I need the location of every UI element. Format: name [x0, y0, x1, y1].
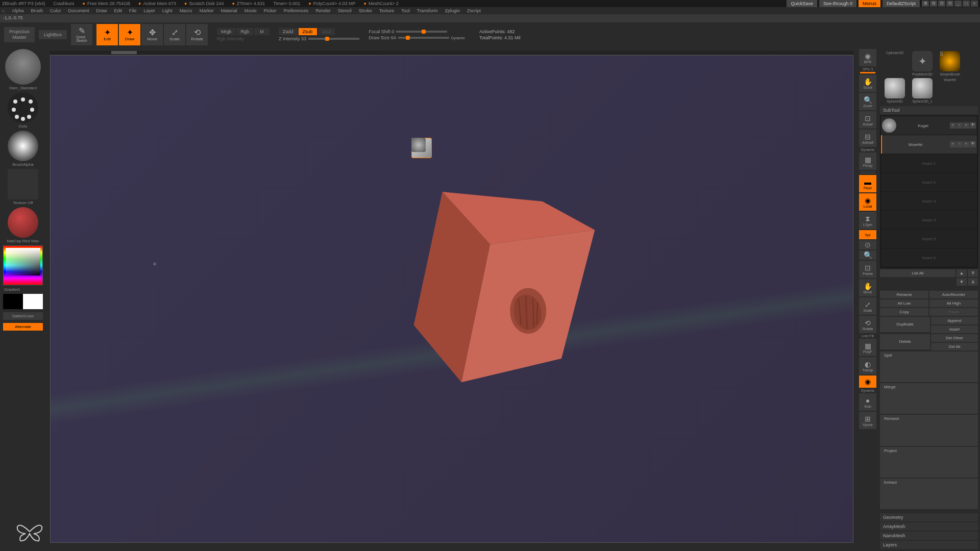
lsym-button[interactable]: ⧗LSym	[859, 212, 876, 229]
seethrough-slider[interactable]: See-through 0	[819, 0, 856, 7]
subtool-empty-3[interactable]: Insert 3	[881, 192, 977, 210]
frame-button[interactable]: ⊡Frame	[859, 261, 876, 278]
menu-material[interactable]: Material	[221, 8, 237, 13]
split-button[interactable]: Split	[880, 352, 978, 382]
menu-brush[interactable]: Brush	[31, 8, 43, 13]
zcut-button[interactable]: Zcut	[318, 28, 335, 35]
xyz-button[interactable]: Xyz	[859, 230, 876, 239]
focal-shift-label[interactable]: Focal Shift 0	[369, 29, 394, 34]
texture-picker[interactable]: Texture Off	[3, 169, 43, 205]
quicksketch-button[interactable]: ✎Quick Sketch	[71, 24, 92, 45]
subtool-empty-5[interactable]: Insert 5	[881, 230, 977, 248]
zoom-button[interactable]: 🔍Zoom	[859, 93, 876, 110]
draw-size-label[interactable]: Draw Size 64	[369, 35, 396, 40]
menu-texture[interactable]: Texture	[379, 8, 395, 13]
remesh-button[interactable]: Remesh	[880, 415, 978, 445]
delall-button[interactable]: Del All	[931, 343, 978, 350]
scale-button[interactable]: ⤢Scale	[164, 24, 185, 45]
alternate-button[interactable]: Alternate	[3, 323, 43, 331]
delete-button[interactable]: Delete	[880, 334, 930, 349]
persp-button[interactable]: ▦Persp	[859, 153, 876, 170]
angle-slider[interactable]	[860, 171, 875, 174]
menus-button[interactable]: Menus	[859, 0, 880, 7]
menu-light[interactable]: Light	[162, 8, 173, 13]
spix-label[interactable]: SPix 3	[863, 67, 873, 71]
brush-picker[interactable]: Dam_Standard	[3, 49, 43, 90]
center-button[interactable]: ⊙	[859, 240, 876, 249]
subtool-empty-4[interactable]: Insert 4	[881, 211, 977, 229]
merge-button[interactable]: Merge	[880, 383, 978, 414]
aahalf-button[interactable]: ⊟AAHalf	[859, 130, 876, 147]
menu-stencil[interactable]: Stencil	[338, 8, 352, 13]
win-btn-4[interactable]: ⊡	[946, 1, 953, 7]
menu-layer[interactable]: Layer	[144, 8, 156, 13]
win-btn-2[interactable]: ⊟	[930, 1, 937, 7]
z-intensity-slider[interactable]	[308, 38, 359, 40]
rgb-button[interactable]: Rgb	[237, 28, 254, 35]
zadd-button[interactable]: Zadd	[279, 28, 298, 35]
draw-size-slider[interactable]	[398, 37, 449, 39]
duplicate-button[interactable]: Duplicate	[880, 317, 930, 332]
menu-stroke[interactable]: Stroke	[359, 8, 372, 13]
menu-file[interactable]: File	[129, 8, 137, 13]
spix-slider[interactable]	[860, 72, 875, 73]
menu-color[interactable]: Color	[50, 8, 61, 13]
listall-button[interactable]: List All	[880, 269, 955, 277]
transp-button[interactable]: ◐Transp	[859, 357, 876, 374]
win-btn-3[interactable]: ⊡	[938, 1, 945, 7]
win-maximize[interactable]: □	[963, 1, 970, 7]
tool-wuerfel[interactable]: Wuerfel	[937, 78, 963, 103]
allhigh-button[interactable]: All High	[929, 299, 978, 307]
alllow-button[interactable]: All Low	[880, 299, 928, 307]
paste-button[interactable]: Paste	[929, 308, 978, 316]
project-button[interactable]: Project	[880, 447, 978, 478]
zsub-button[interactable]: Zsub	[299, 28, 317, 35]
subtool-empty-6[interactable]: Insert 6	[881, 248, 977, 267]
menu-alpha[interactable]: Alpha	[12, 8, 23, 13]
viewport[interactable]: +	[50, 55, 853, 543]
geometry-section[interactable]: Geometry	[880, 513, 978, 521]
material-picker[interactable]: MatCap Red Wax	[3, 207, 43, 243]
actual-button[interactable]: ⊡Actual	[859, 111, 876, 129]
win-minimize[interactable]: _	[954, 1, 962, 7]
menu-render[interactable]: Render	[315, 8, 331, 13]
menu-preferences[interactable]: Preferences	[284, 8, 309, 13]
edit-button[interactable]: ✦Edit	[96, 24, 118, 45]
insert-button[interactable]: Insert	[931, 325, 978, 333]
home-icon[interactable]: ⌂	[2, 8, 5, 13]
polyf-button[interactable]: ▦PolyF	[859, 339, 876, 356]
mrgb-button[interactable]: Mrgb	[217, 28, 236, 35]
alpha-picker[interactable]: BrushAlpha	[3, 131, 43, 167]
subtool-empty-1[interactable]: Insert 1	[881, 154, 977, 172]
dynamic-label[interactable]: Dynamic	[451, 36, 465, 40]
menu-document[interactable]: Document	[68, 8, 89, 13]
subtool-empty-2[interactable]: Insert 2	[881, 173, 977, 191]
subtool-kugel[interactable]: Kugel▪▫▪👁	[881, 116, 977, 135]
menu-transform[interactable]: Transform	[417, 8, 438, 13]
color-picker[interactable]	[3, 245, 43, 285]
win-btn-1[interactable]: ⊞	[922, 1, 929, 7]
ghost-button[interactable]: ◉	[859, 375, 876, 388]
defaultscript-button[interactable]: DefaultZScript	[883, 0, 920, 7]
nanomesh-section[interactable]: NanoMesh	[880, 532, 978, 540]
arraymesh-section[interactable]: ArrayMesh	[880, 522, 978, 531]
floor-button[interactable]: ▬Floor	[859, 175, 876, 192]
gradient-label[interactable]: Gradient	[4, 287, 20, 292]
switchcolor-button[interactable]: SwitchColor	[3, 312, 43, 320]
arrow-up2[interactable]: ⇈	[968, 269, 978, 277]
win-close[interactable]: ×	[971, 1, 978, 7]
xpose-button[interactable]: ⊞Xpose	[859, 412, 876, 429]
canvas-scrollbar[interactable]	[50, 51, 853, 54]
copy-button[interactable]: Copy	[880, 308, 928, 316]
menu-macro[interactable]: Macro	[180, 8, 192, 13]
autoreorder-button[interactable]: AutoReorder	[929, 291, 978, 298]
projection-master-button[interactable]: Projection Master	[4, 27, 35, 42]
local-button[interactable]: ◉Local	[859, 193, 876, 211]
append-button[interactable]: Append	[931, 317, 978, 324]
menu-movie[interactable]: Movie	[244, 8, 257, 13]
menu-zplugin[interactable]: Zplugin	[445, 8, 460, 13]
move-button[interactable]: ✥Move	[141, 24, 163, 45]
tool-simplebrush[interactable]: SSimpleBrush	[937, 51, 963, 76]
solo-button[interactable]: ●Solo	[859, 393, 876, 411]
rename-button[interactable]: Rename	[880, 291, 928, 298]
